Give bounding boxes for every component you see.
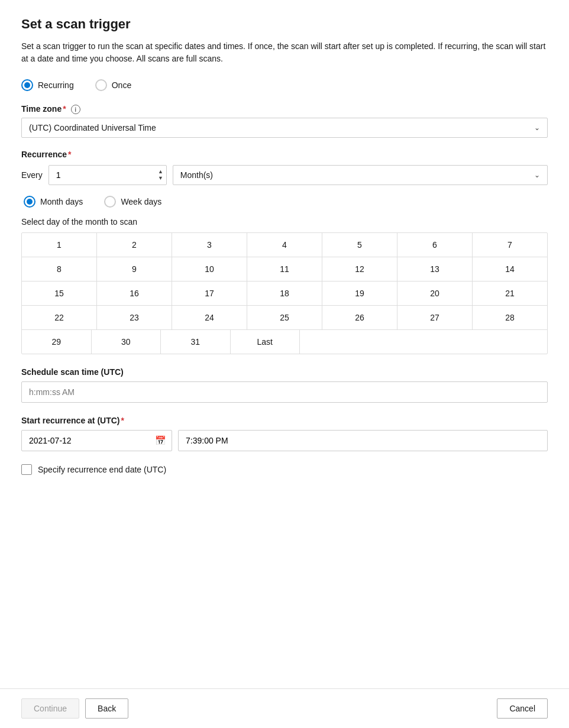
continue-button[interactable]: Continue [21, 698, 79, 719]
calendar-cell[interactable]: 24 [172, 306, 247, 329]
period-value: Month(s) [180, 170, 213, 180]
recurrence-spinner: ▲ ▼ [156, 169, 166, 182]
calendar-row: 8 9 10 11 12 13 14 [22, 257, 547, 282]
footer-left: Continue Back [21, 698, 128, 719]
calendar-cell[interactable]: 8 [22, 257, 97, 281]
start-recurrence-label: Start recurrence at (UTC)* [21, 416, 548, 425]
calendar-cell[interactable]: 12 [322, 257, 397, 281]
schedule-scan-time-input[interactable] [21, 381, 548, 403]
end-date-checkbox[interactable] [21, 464, 32, 475]
end-date-label: Specify recurrence end date (UTC) [38, 465, 166, 474]
calendar-cell[interactable]: 29 [22, 330, 92, 354]
month-days-radio[interactable] [24, 196, 35, 208]
calendar-cell-last[interactable]: Last [231, 330, 300, 354]
day-type-group: Month days Week days [24, 196, 548, 208]
cancel-button[interactable]: Cancel [497, 698, 548, 719]
back-button[interactable]: Back [85, 698, 128, 719]
calendar-cell[interactable]: 3 [172, 233, 247, 257]
calendar-cell[interactable]: 30 [92, 330, 161, 354]
calendar-cell[interactable]: 25 [247, 306, 322, 329]
calendar-row: 22 23 24 25 26 27 28 [22, 306, 547, 330]
schedule-scan-time-label: Schedule scan time (UTC) [21, 367, 548, 377]
calendar-cell[interactable]: 22 [22, 306, 97, 329]
recurrence-row: Every ▲ ▼ Month(s) ⌄ [21, 165, 548, 185]
month-days-option[interactable]: Month days [24, 196, 83, 208]
recurring-label: Recurring [38, 80, 74, 90]
calendar-cell[interactable]: 11 [247, 257, 322, 281]
once-option[interactable]: Once [95, 79, 131, 91]
calendar-cell[interactable]: 26 [322, 306, 397, 329]
every-label: Every [21, 170, 43, 180]
calendar-cell[interactable]: 14 [473, 257, 547, 281]
recurrence-number-wrap: ▲ ▼ [49, 165, 167, 185]
spinner-down-button[interactable]: ▼ [156, 175, 166, 182]
recurring-option[interactable]: Recurring [21, 79, 74, 91]
calendar-cell[interactable]: 7 [473, 233, 547, 257]
once-label: Once [112, 80, 131, 90]
end-date-row: Specify recurrence end date (UTC) [21, 464, 548, 475]
calendar-cell[interactable]: 28 [473, 306, 547, 329]
calendar-cell[interactable]: 9 [97, 257, 172, 281]
spinner-up-button[interactable]: ▲ [156, 169, 166, 175]
calendar-cell-empty [300, 330, 547, 354]
calendar-cell[interactable]: 1 [22, 233, 97, 257]
calendar-cell[interactable]: 19 [322, 282, 397, 305]
recurring-radio[interactable] [21, 79, 33, 91]
calendar-cell[interactable]: 31 [161, 330, 231, 354]
calendar-cell[interactable]: 15 [22, 282, 97, 305]
calendar-cell[interactable]: 18 [247, 282, 322, 305]
calendar-cell[interactable]: 27 [397, 306, 473, 329]
calendar-row: 15 16 17 18 19 20 21 [22, 282, 547, 306]
period-chevron-icon: ⌄ [534, 171, 540, 179]
page-description: Set a scan trigger to run the scan at sp… [21, 40, 548, 65]
calendar-cell[interactable]: 5 [322, 233, 397, 257]
select-day-label: Select day of the month to scan [21, 217, 548, 227]
period-dropdown[interactable]: Month(s) ⌄ [173, 165, 548, 185]
calendar-cell[interactable]: 10 [172, 257, 247, 281]
calendar-cell[interactable]: 4 [247, 233, 322, 257]
week-days-label: Week days [121, 197, 161, 206]
calendar-cell[interactable]: 2 [97, 233, 172, 257]
date-time-row: 📅 [21, 430, 548, 451]
trigger-type-group: Recurring Once [21, 79, 548, 91]
recurrence-number-input[interactable] [49, 165, 167, 185]
calendar-grid: 1 2 3 4 5 6 7 8 9 10 11 12 13 14 15 16 1… [21, 232, 548, 354]
timezone-info-icon[interactable]: i [71, 105, 80, 114]
week-days-radio[interactable] [104, 196, 116, 208]
page-title: Set a scan trigger [21, 17, 548, 32]
timezone-dropdown[interactable]: (UTC) Coordinated Universal Time ⌄ [21, 118, 548, 138]
month-days-label: Month days [40, 197, 83, 206]
calendar-cell[interactable]: 13 [397, 257, 473, 281]
timezone-label: Time zone* i [21, 104, 548, 114]
calendar-cell[interactable]: 16 [97, 282, 172, 305]
date-input-wrap: 📅 [21, 430, 172, 451]
calendar-cell[interactable]: 20 [397, 282, 473, 305]
calendar-cell[interactable]: 21 [473, 282, 547, 305]
week-days-option[interactable]: Week days [104, 196, 161, 208]
timezone-value: (UTC) Coordinated Universal Time [29, 123, 156, 132]
calendar-cell[interactable]: 17 [172, 282, 247, 305]
recurrence-label: Recurrence* [21, 150, 548, 159]
date-input[interactable] [21, 430, 172, 451]
timezone-chevron-icon: ⌄ [534, 124, 540, 132]
calendar-row: 29 30 31 Last [22, 330, 547, 354]
calendar-cell[interactable]: 23 [97, 306, 172, 329]
footer-bar: Continue Back Cancel [0, 688, 569, 728]
calendar-cell[interactable]: 6 [397, 233, 473, 257]
time-value-input[interactable] [178, 430, 548, 451]
calendar-row: 1 2 3 4 5 6 7 [22, 233, 547, 257]
once-radio[interactable] [95, 79, 107, 91]
